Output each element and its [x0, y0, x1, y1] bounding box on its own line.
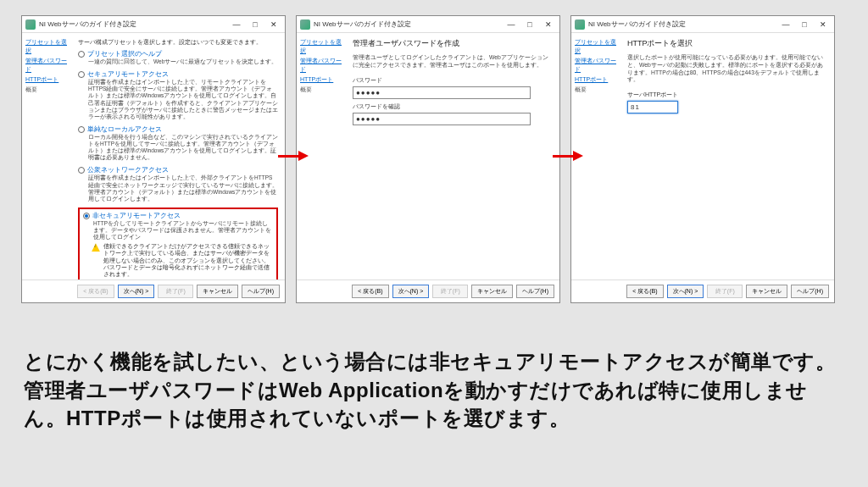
sidebar-item-httpport[interactable]: HTTPポート — [300, 75, 346, 84]
option-desc: 証明書を作成またはインポートした上で、リモートクライアントをHTTPS経由で安全… — [78, 79, 278, 120]
highlighted-option-box: 非セキュアリモートアクセス HTTPを介してリモートクライアントからサーバにリモ… — [78, 208, 278, 279]
radio-icon — [78, 167, 85, 174]
warning-row: 信頼できるクライアントだけがアクセスできる信頼できるネットワーク上で実行している… — [83, 243, 273, 278]
content-pane: 管理者ユーザパスワードを作成 管理者ユーザとしてログインしたクライアントは、We… — [349, 33, 559, 279]
button-bar: < 戻る(B) 次へ(N) > 終了(F) キャンセル ヘルプ(H) — [571, 279, 834, 302]
finish-button: 終了(F) — [158, 285, 193, 298]
next-button[interactable]: 次へ(N) > — [392, 285, 430, 298]
page-subtext: 選択したポートが使用可能になっている必要があります。使用可能でないと、Webサー… — [627, 54, 827, 84]
sidebar-item-preset[interactable]: プリセットを選択 — [575, 38, 620, 55]
sidebar: プリセットを選択 管理者パスワード HTTPポート 概要 — [22, 33, 75, 279]
button-bar: < 戻る(B) 次へ(N) > 終了(F) キャンセル ヘルプ(H) — [22, 279, 285, 302]
radio-icon — [78, 126, 85, 133]
arrow-icon — [278, 151, 309, 161]
option-title: セキュアリモートアクセス — [87, 70, 169, 79]
next-button[interactable]: 次へ(N) > — [118, 285, 155, 298]
page-subtext: 管理者ユーザとしてログインしたクライアントは、Webアプリケーションに完全にアク… — [353, 54, 553, 69]
help-button[interactable]: ヘルプ(H) — [516, 285, 554, 298]
option-title: 公衆ネットワークアクセス — [87, 166, 169, 174]
sidebar-item-httpport[interactable]: HTTPポート — [25, 75, 71, 84]
window-preset-select: NI Webサーバのガイド付き設定 — □ ✕ プリセットを選択 管理者パスワー… — [21, 15, 286, 303]
arrow-icon — [553, 151, 583, 161]
sidebar-item-password[interactable]: 管理者パスワード — [25, 57, 71, 74]
option-desc: ローカル開発を行う場合など、このマシンで実行されているクライアントをHTTPを使… — [78, 134, 278, 162]
sidebar-item-preset[interactable]: プリセットを選択 — [300, 38, 346, 55]
next-button[interactable]: 次へ(N) > — [667, 285, 704, 298]
page-heading: HTTPポートを選択 — [627, 38, 827, 49]
password-confirm-input[interactable]: ●●●●● — [353, 113, 531, 125]
port-input[interactable]: 81 — [627, 101, 678, 113]
warning-text: 信頼できるクライアントだけがアクセスできる信頼できるネットワーク上で実行している… — [103, 243, 273, 278]
titlebar: NI Webサーバのガイド付き設定 — □ ✕ — [571, 16, 834, 33]
option-secure-remote[interactable]: セキュアリモートアクセス 証明書を作成またはインポートした上で、リモートクライア… — [78, 70, 278, 120]
minimize-button[interactable]: — — [227, 18, 246, 31]
content-pane: HTTPポートを選択 選択したポートが使用可能になっている必要があります。使用可… — [624, 33, 834, 279]
titlebar: NI Webサーバのガイド付き設定 — □ ✕ — [22, 16, 285, 33]
minimize-button[interactable]: — — [502, 18, 520, 31]
radio-icon — [78, 51, 85, 58]
maximize-button[interactable]: □ — [246, 18, 264, 31]
sidebar-item-httpport[interactable]: HTTPポート — [575, 75, 620, 84]
option-desc: HTTPを介してリモートクライアントからサーバにリモート接続します。データやパス… — [83, 220, 273, 241]
close-button[interactable]: ✕ — [814, 18, 832, 31]
page-heading: 管理者ユーザパスワードを作成 — [353, 38, 553, 49]
window-admin-password: NI Webサーバのガイド付き設定 — □ ✕ プリセットを選択 管理者パスワー… — [296, 15, 560, 303]
maximize-button[interactable]: □ — [795, 18, 814, 31]
top-note: サーバ構成プリセットを選択します。設定はいつでも変更できます。 — [78, 38, 278, 47]
window-title: NI Webサーバのガイド付き設定 — [314, 19, 502, 29]
radio-icon-selected — [83, 213, 90, 219]
option-title: 単純なローカルアクセス — [87, 125, 162, 134]
option-simple-local[interactable]: 単純なローカルアクセス ローカル開発を行う場合など、このマシンで実行されているク… — [78, 125, 278, 162]
minimize-button[interactable]: — — [776, 18, 795, 31]
app-icon — [300, 19, 310, 30]
titlebar: NI Webサーバのガイド付き設定 — □ ✕ — [297, 16, 559, 33]
cancel-button[interactable]: キャンセル — [197, 285, 238, 298]
password-label: パスワード — [353, 76, 553, 85]
button-bar: < 戻る(B) 次へ(N) > 終了(F) キャンセル ヘルプ(H) — [297, 279, 559, 302]
password-input[interactable]: ●●●●● — [353, 86, 531, 99]
window-title: NI Webサーバのガイド付き設定 — [588, 19, 776, 29]
warning-icon — [92, 243, 100, 252]
app-icon — [575, 19, 585, 30]
finish-button: 終了(F) — [432, 285, 468, 298]
sidebar-item-password[interactable]: 管理者パスワード — [575, 57, 620, 74]
cancel-button[interactable]: キャンセル — [471, 285, 513, 298]
back-button: < 戻る(B) — [77, 285, 114, 298]
close-button[interactable]: ✕ — [539, 18, 558, 31]
window-title: NI Webサーバのガイド付き設定 — [39, 19, 227, 29]
back-button[interactable]: < 戻る(B) — [352, 285, 388, 298]
maximize-button[interactable]: □ — [520, 18, 539, 31]
option-title: プリセット選択のヘルプ — [87, 50, 162, 58]
annotation-caption: とにかく機能を試したい、という場合には非セキュアリモートアクセスが簡単です。管理… — [24, 347, 848, 433]
sidebar-item-password[interactable]: 管理者パスワード — [300, 57, 346, 74]
sidebar-item-summary: 概要 — [300, 86, 346, 94]
cancel-button[interactable]: キャンセル — [746, 285, 787, 298]
option-public-network[interactable]: 公衆ネットワークアクセス 証明書を作成またはインポートした上で、外部クライアント… — [78, 166, 278, 202]
back-button[interactable]: < 戻る(B) — [626, 285, 663, 298]
sidebar-item-summary: 概要 — [25, 86, 71, 94]
sidebar-item-preset[interactable]: プリセットを選択 — [25, 38, 71, 55]
help-button[interactable]: ヘルプ(H) — [242, 285, 280, 298]
finish-button: 終了(F) — [707, 285, 743, 298]
option-insecure-remote[interactable]: 非セキュアリモートアクセス HTTPを介してリモートクライアントからサーバにリモ… — [83, 212, 273, 241]
radio-icon — [78, 71, 85, 78]
option-title: 非セキュアリモートアクセス — [92, 212, 181, 220]
option-desc: 証明書を作成またはインポートした上で、外部クライアントをHTTPS経由で安全にネ… — [78, 174, 278, 202]
content-pane: サーバ構成プリセットを選択します。設定はいつでも変更できます。 プリセット選択の… — [75, 33, 285, 279]
port-label: サーバHTTPポート — [627, 91, 827, 99]
close-button[interactable]: ✕ — [264, 18, 283, 31]
help-button[interactable]: ヘルプ(H) — [791, 285, 829, 298]
option-help[interactable]: プリセット選択のヘルプ 一連の質問に回答して、Webサーバに最適なプリセットを決… — [78, 50, 278, 65]
window-http-port: NI Webサーバのガイド付き設定 — □ ✕ プリセットを選択 管理者パスワー… — [570, 15, 835, 303]
option-desc: 一連の質問に回答して、Webサーバに最適なプリセットを決定します。 — [78, 58, 278, 65]
sidebar-item-summary: 概要 — [575, 86, 620, 94]
password-confirm-label: パスワードを確認 — [353, 102, 553, 111]
app-icon — [25, 19, 36, 30]
